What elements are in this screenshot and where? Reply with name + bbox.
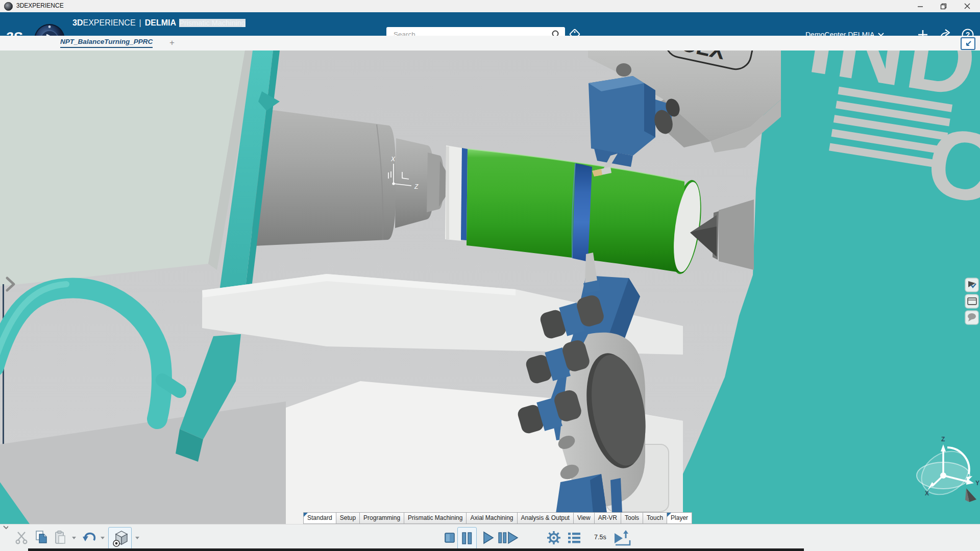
svg-text:Z: Z	[941, 436, 945, 443]
app-role-name: Prismatic Machining	[179, 19, 246, 27]
close-button[interactable]	[955, 0, 978, 12]
ribbon-tab-view[interactable]: View	[573, 512, 594, 524]
cut-button[interactable]	[12, 527, 32, 548]
copy-button[interactable]	[32, 527, 51, 548]
window-card-button[interactable]	[965, 294, 978, 308]
collapse-arrows-icon	[964, 40, 972, 47]
new-tab-button[interactable]: +	[169, 38, 175, 48]
ribbon-tab-ar-vr[interactable]: AR-VR	[594, 512, 621, 524]
active-document-tab[interactable]: NPT_BalanceTurning_PPRC	[60, 38, 153, 48]
simulation-time: 7.5s	[594, 534, 606, 541]
svg-text:X: X	[390, 156, 396, 163]
app-icon	[4, 2, 13, 11]
svg-text:X: X	[925, 490, 929, 497]
pinned-corner	[304, 513, 308, 517]
scissors-icon	[15, 531, 29, 545]
svg-text:Y: Y	[975, 480, 979, 487]
iso-view-button[interactable]	[108, 527, 132, 549]
view-dropdown-caret[interactable]	[135, 536, 140, 541]
paste-icon	[54, 530, 68, 545]
step-forward-icon	[498, 531, 519, 544]
paste-dropdown-caret[interactable]	[71, 536, 77, 541]
pinned-corner	[667, 513, 671, 517]
undo-icon	[81, 531, 96, 545]
restore-icon	[940, 3, 947, 10]
list-icon	[568, 532, 581, 544]
brand-3d: 3D	[72, 18, 83, 27]
collapse-viewport-button[interactable]	[961, 37, 975, 50]
action-toolbar: 7.5s	[0, 524, 980, 551]
restore-button[interactable]	[932, 0, 955, 12]
window-titlebar: 3DEXPERIENCE	[0, 0, 980, 12]
stop-button[interactable]	[440, 527, 459, 548]
head-hole	[616, 63, 631, 77]
simulation-settings-button[interactable]	[544, 527, 564, 548]
ribbon-tab-touch[interactable]: Touch	[643, 512, 667, 524]
step-forward-button[interactable]	[496, 527, 521, 548]
ribbon-tab-tools[interactable]: Tools	[621, 512, 643, 524]
undo-dropdown-caret[interactable]	[100, 536, 105, 541]
ribbon-tab-programming[interactable]: Programming	[359, 512, 404, 524]
ribbon-tab-prismatic-machining[interactable]: Prismatic Machining	[404, 512, 466, 524]
close-icon	[964, 3, 970, 9]
iso-cube-eye-icon	[111, 529, 129, 547]
ribbon-tab-axial-machining[interactable]: Axial Machining	[466, 512, 517, 524]
speech-bubble-icon	[968, 313, 976, 319]
stop-icon	[444, 532, 455, 543]
brand-experience: EXPERIENCE	[83, 18, 135, 27]
gear-icon	[546, 530, 561, 545]
3d-viewport[interactable]: IND C	[0, 51, 980, 524]
copy-icon	[34, 530, 48, 545]
export-simulation-button[interactable]	[611, 527, 634, 548]
application-window: 3DEXPERIENCE 3S 3DEXPERIENCE|DELMIAPrism…	[0, 0, 980, 551]
app-header: 3S 3DEXPERIENCE|DELMIAPrismatic Machinin…	[0, 12, 980, 36]
ribbon-section-tabs: Standard Setup Programming Prismatic Mac…	[303, 512, 692, 524]
pause-icon	[461, 532, 473, 545]
ribbon-tab-standard[interactable]: Standard	[303, 512, 336, 524]
app-brand: 3DEXPERIENCE|DELMIAPrismatic Machining	[72, 18, 246, 28]
export-play-icon	[614, 529, 632, 546]
viewport-side-buttons	[965, 278, 978, 324]
process-list-button[interactable]	[565, 527, 584, 548]
toolbar-collapse-chevron[interactable]	[3, 525, 8, 531]
undo-button[interactable]	[79, 527, 99, 548]
ribbon-tab-player[interactable]: Player	[667, 512, 692, 524]
pause-button[interactable]	[457, 527, 477, 549]
brand-delmia: DELMIA	[145, 18, 176, 27]
play-button[interactable]	[479, 527, 498, 548]
flag-check-button[interactable]	[965, 278, 978, 292]
window-bottom-strip	[28, 548, 804, 551]
play-icon	[482, 531, 495, 544]
svg-text:Z: Z	[414, 183, 419, 190]
comment-button[interactable]	[965, 311, 978, 324]
minimize-button[interactable]	[909, 0, 932, 12]
brand-separator: |	[139, 18, 141, 27]
ribbon-tab-setup[interactable]: Setup	[336, 512, 359, 524]
document-tabbar: NPT_BalanceTurning_PPRC +	[0, 36, 980, 51]
paste-button[interactable]	[51, 527, 70, 548]
window-title: 3DEXPERIENCE	[16, 2, 64, 9]
ribbon-tab-analysis-output[interactable]: Analysis & Output	[517, 512, 573, 524]
